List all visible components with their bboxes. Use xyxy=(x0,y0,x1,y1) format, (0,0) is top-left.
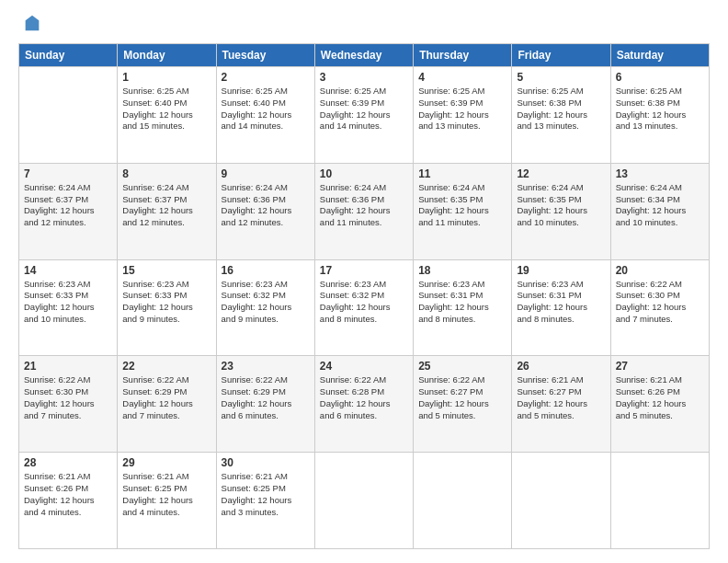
logo-icon xyxy=(22,14,42,34)
calendar-cell: 12Sunrise: 6:24 AM Sunset: 6:35 PM Dayli… xyxy=(512,163,610,259)
header-saturday: Saturday xyxy=(610,44,709,67)
day-number: 20 xyxy=(616,264,704,277)
day-info: Sunrise: 6:23 AM Sunset: 6:32 PM Dayligh… xyxy=(320,279,408,326)
day-number: 24 xyxy=(320,360,408,373)
day-info: Sunrise: 6:22 AM Sunset: 6:29 PM Dayligh… xyxy=(222,374,310,421)
day-number: 2 xyxy=(222,71,310,84)
header-sunday: Sunday xyxy=(19,44,118,67)
day-info: Sunrise: 6:25 AM Sunset: 6:40 PM Dayligh… xyxy=(122,86,210,132)
day-number: 30 xyxy=(222,456,310,469)
day-info: Sunrise: 6:25 AM Sunset: 6:39 PM Dayligh… xyxy=(320,86,408,132)
day-info: Sunrise: 6:22 AM Sunset: 6:27 PM Dayligh… xyxy=(418,374,506,421)
day-number: 29 xyxy=(122,456,210,469)
calendar-cell: 20Sunrise: 6:22 AM Sunset: 6:30 PM Dayli… xyxy=(610,259,709,356)
calendar-table: Sunday Monday Tuesday Wednesday Thursday… xyxy=(18,43,710,549)
calendar-cell: 21Sunrise: 6:22 AM Sunset: 6:30 PM Dayli… xyxy=(19,356,118,453)
day-number: 7 xyxy=(24,167,112,180)
day-info: Sunrise: 6:22 AM Sunset: 6:30 PM Dayligh… xyxy=(616,279,704,326)
day-number: 19 xyxy=(517,264,605,277)
weekday-header-row: Sunday Monday Tuesday Wednesday Thursday… xyxy=(19,44,710,67)
day-number: 21 xyxy=(24,360,112,373)
day-info: Sunrise: 6:25 AM Sunset: 6:38 PM Dayligh… xyxy=(517,86,605,132)
day-info: Sunrise: 6:23 AM Sunset: 6:31 PM Dayligh… xyxy=(517,279,605,326)
week-row-4: 21Sunrise: 6:22 AM Sunset: 6:30 PM Dayli… xyxy=(19,356,710,453)
day-number: 6 xyxy=(616,71,704,84)
calendar-cell: 4Sunrise: 6:25 AM Sunset: 6:39 PM Daylig… xyxy=(414,67,512,164)
calendar-cell: 25Sunrise: 6:22 AM Sunset: 6:27 PM Dayli… xyxy=(414,356,512,453)
calendar-cell xyxy=(314,453,413,549)
day-number: 17 xyxy=(320,264,408,277)
calendar-cell: 11Sunrise: 6:24 AM Sunset: 6:35 PM Dayli… xyxy=(414,163,512,259)
calendar-cell: 7Sunrise: 6:24 AM Sunset: 6:37 PM Daylig… xyxy=(19,163,118,259)
day-number: 23 xyxy=(222,360,310,373)
day-info: Sunrise: 6:25 AM Sunset: 6:40 PM Dayligh… xyxy=(222,86,310,132)
day-info: Sunrise: 6:22 AM Sunset: 6:29 PM Dayligh… xyxy=(122,374,210,421)
calendar-cell: 24Sunrise: 6:22 AM Sunset: 6:28 PM Dayli… xyxy=(314,356,413,453)
day-number: 1 xyxy=(122,71,210,84)
day-info: Sunrise: 6:22 AM Sunset: 6:30 PM Dayligh… xyxy=(24,374,112,421)
day-info: Sunrise: 6:22 AM Sunset: 6:28 PM Dayligh… xyxy=(320,374,408,421)
day-number: 12 xyxy=(517,167,605,180)
day-number: 3 xyxy=(320,71,408,84)
day-number: 22 xyxy=(122,360,210,373)
day-info: Sunrise: 6:24 AM Sunset: 6:36 PM Dayligh… xyxy=(222,182,310,229)
calendar-cell: 26Sunrise: 6:21 AM Sunset: 6:27 PM Dayli… xyxy=(512,356,610,453)
calendar-cell: 3Sunrise: 6:25 AM Sunset: 6:39 PM Daylig… xyxy=(314,67,413,164)
calendar-cell: 27Sunrise: 6:21 AM Sunset: 6:26 PM Dayli… xyxy=(610,356,709,453)
day-number: 27 xyxy=(616,360,704,373)
page: Sunday Monday Tuesday Wednesday Thursday… xyxy=(0,0,728,563)
calendar-cell xyxy=(414,453,512,549)
header-friday: Friday xyxy=(512,44,610,67)
calendar-cell: 10Sunrise: 6:24 AM Sunset: 6:36 PM Dayli… xyxy=(314,163,413,259)
header-thursday: Thursday xyxy=(414,44,512,67)
calendar-cell: 2Sunrise: 6:25 AM Sunset: 6:40 PM Daylig… xyxy=(216,67,314,164)
calendar-cell: 6Sunrise: 6:25 AM Sunset: 6:38 PM Daylig… xyxy=(610,67,709,164)
day-number: 15 xyxy=(122,264,210,277)
calendar-cell: 28Sunrise: 6:21 AM Sunset: 6:26 PM Dayli… xyxy=(19,453,118,549)
day-info: Sunrise: 6:21 AM Sunset: 6:26 PM Dayligh… xyxy=(24,471,112,518)
day-number: 14 xyxy=(24,264,112,277)
calendar-cell: 22Sunrise: 6:22 AM Sunset: 6:29 PM Dayli… xyxy=(118,356,216,453)
day-number: 4 xyxy=(418,71,506,84)
day-info: Sunrise: 6:24 AM Sunset: 6:36 PM Dayligh… xyxy=(320,182,408,229)
day-number: 28 xyxy=(24,456,112,469)
day-number: 11 xyxy=(418,167,506,180)
day-number: 18 xyxy=(418,264,506,277)
header-wednesday: Wednesday xyxy=(314,44,413,67)
calendar-cell: 9Sunrise: 6:24 AM Sunset: 6:36 PM Daylig… xyxy=(216,163,314,259)
week-row-5: 28Sunrise: 6:21 AM Sunset: 6:26 PM Dayli… xyxy=(19,453,710,549)
day-info: Sunrise: 6:21 AM Sunset: 6:26 PM Dayligh… xyxy=(616,374,704,421)
day-number: 25 xyxy=(418,360,506,373)
day-info: Sunrise: 6:21 AM Sunset: 6:27 PM Dayligh… xyxy=(517,374,605,421)
calendar-cell: 30Sunrise: 6:21 AM Sunset: 6:25 PM Dayli… xyxy=(216,453,314,549)
day-info: Sunrise: 6:24 AM Sunset: 6:37 PM Dayligh… xyxy=(24,182,112,229)
calendar-cell xyxy=(610,453,709,549)
header xyxy=(18,14,710,34)
day-info: Sunrise: 6:24 AM Sunset: 6:37 PM Dayligh… xyxy=(122,182,210,229)
day-number: 13 xyxy=(616,167,704,180)
calendar-cell: 29Sunrise: 6:21 AM Sunset: 6:25 PM Dayli… xyxy=(118,453,216,549)
day-number: 26 xyxy=(517,360,605,373)
calendar-cell: 16Sunrise: 6:23 AM Sunset: 6:32 PM Dayli… xyxy=(216,259,314,356)
header-monday: Monday xyxy=(118,44,216,67)
calendar-cell xyxy=(19,67,118,164)
day-number: 8 xyxy=(122,167,210,180)
calendar-cell: 23Sunrise: 6:22 AM Sunset: 6:29 PM Dayli… xyxy=(216,356,314,453)
week-row-1: 1Sunrise: 6:25 AM Sunset: 6:40 PM Daylig… xyxy=(19,67,710,164)
day-number: 9 xyxy=(222,167,310,180)
day-info: Sunrise: 6:25 AM Sunset: 6:38 PM Dayligh… xyxy=(616,86,704,132)
header-tuesday: Tuesday xyxy=(216,44,314,67)
day-info: Sunrise: 6:24 AM Sunset: 6:35 PM Dayligh… xyxy=(418,182,506,229)
day-info: Sunrise: 6:23 AM Sunset: 6:32 PM Dayligh… xyxy=(222,279,310,326)
day-info: Sunrise: 6:24 AM Sunset: 6:35 PM Dayligh… xyxy=(517,182,605,229)
day-info: Sunrise: 6:21 AM Sunset: 6:25 PM Dayligh… xyxy=(222,471,310,518)
week-row-2: 7Sunrise: 6:24 AM Sunset: 6:37 PM Daylig… xyxy=(19,163,710,259)
day-info: Sunrise: 6:25 AM Sunset: 6:39 PM Dayligh… xyxy=(418,86,506,132)
day-info: Sunrise: 6:21 AM Sunset: 6:25 PM Dayligh… xyxy=(122,471,210,518)
day-number: 5 xyxy=(517,71,605,84)
day-info: Sunrise: 6:23 AM Sunset: 6:33 PM Dayligh… xyxy=(122,279,210,326)
day-number: 10 xyxy=(320,167,408,180)
calendar-cell: 18Sunrise: 6:23 AM Sunset: 6:31 PM Dayli… xyxy=(414,259,512,356)
calendar-cell: 14Sunrise: 6:23 AM Sunset: 6:33 PM Dayli… xyxy=(19,259,118,356)
calendar-cell: 15Sunrise: 6:23 AM Sunset: 6:33 PM Dayli… xyxy=(118,259,216,356)
